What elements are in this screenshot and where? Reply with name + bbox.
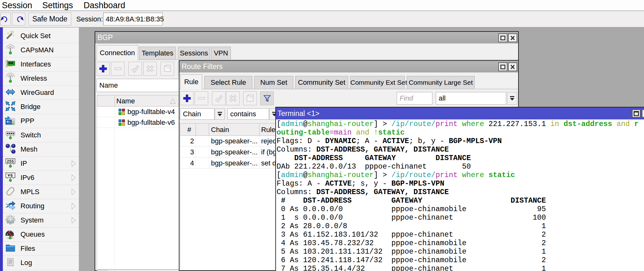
svg-text:6: 6 [10, 173, 13, 178]
svg-text:255: 255 [7, 159, 14, 164]
